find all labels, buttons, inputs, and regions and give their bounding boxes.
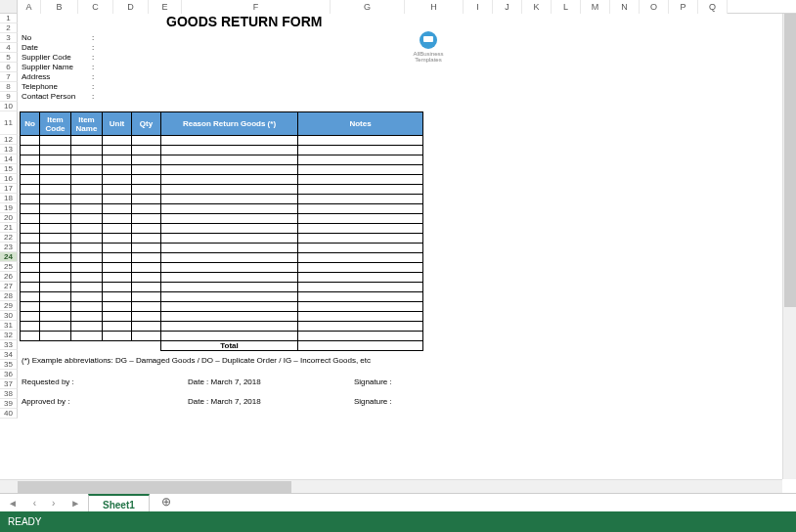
table-row[interactable] [21,244,423,253]
add-sheet-button[interactable]: ⊕ [157,494,175,511]
tab-prev-icon[interactable]: ‹ [33,498,36,509]
row-header[interactable]: 10 [0,102,18,111]
row-header[interactable]: 9 [0,92,18,102]
select-all-corner[interactable] [0,0,18,14]
row-header[interactable]: 31 [0,321,18,331]
row-header[interactable]: 12 [0,135,18,145]
table-row[interactable] [21,332,423,341]
sheet-tab-active[interactable]: Sheet1 [88,494,150,512]
row-header[interactable]: 18 [0,194,18,203]
row-header[interactable]: 6 [0,63,18,72]
th-no: No [21,112,40,136]
spreadsheet-grid: ABCDEFGHIJKLMNOPQ 1234567891011121314151… [0,0,796,493]
form-field: Telephone: [22,82,94,92]
table-row[interactable] [21,234,423,244]
table-row[interactable] [21,175,423,185]
column-header[interactable]: Q [698,0,728,14]
row-header[interactable]: 38 [0,389,18,399]
vertical-scrollbar[interactable] [782,14,796,479]
row-header[interactable]: 5 [0,53,18,63]
row-header[interactable]: 8 [0,82,18,92]
table-row[interactable] [21,273,423,283]
row-header[interactable]: 34 [0,350,18,360]
tab-next-icon[interactable]: › [52,498,55,509]
column-header[interactable]: P [669,0,698,14]
column-header[interactable]: F [182,0,331,14]
table-row[interactable] [21,185,423,195]
column-header[interactable]: J [493,0,522,14]
table-row[interactable] [21,155,423,165]
row-header[interactable]: 32 [0,331,18,340]
column-header[interactable]: M [581,0,610,14]
form-field: Address: [22,72,94,82]
table-row[interactable] [21,165,423,175]
row-header[interactable]: 37 [0,379,18,389]
column-header[interactable]: E [149,0,182,14]
column-header[interactable]: K [522,0,552,14]
tab-first-icon[interactable]: ◄ [8,498,18,509]
th-qty: Qty [132,112,161,136]
column-header[interactable]: L [552,0,581,14]
column-header[interactable]: N [610,0,640,14]
table-row[interactable] [21,204,423,214]
row-header[interactable]: 40 [0,409,18,419]
row-header[interactable]: 13 [0,145,18,155]
table-row[interactable] [21,322,423,332]
row-header[interactable]: 25 [0,262,18,272]
column-header[interactable]: C [78,0,113,14]
table-row[interactable] [21,224,423,234]
row-header[interactable]: 24 [0,252,18,262]
row-header[interactable]: 39 [0,399,18,409]
logo-icon [420,31,437,49]
row-header[interactable]: 4 [0,43,18,53]
table-row[interactable] [21,146,423,155]
th-notes: Notes [298,112,423,136]
row-header[interactable]: 20 [0,213,18,223]
row-header[interactable]: 23 [0,243,18,252]
table-row[interactable] [21,283,423,292]
row-header[interactable]: 22 [0,233,18,243]
column-header[interactable]: H [405,0,464,14]
row-header[interactable]: 1 [0,14,18,23]
row-header[interactable]: 21 [0,223,18,233]
table-row[interactable] [21,292,423,302]
worksheet-area[interactable]: GOODS RETURN FORM No:Date:Supplier Code:… [18,14,796,493]
row-header[interactable]: 11 [0,111,18,135]
row-header[interactable]: 16 [0,174,18,184]
row-header[interactable]: 28 [0,291,18,301]
row-header[interactable]: 17 [0,184,18,194]
column-header[interactable]: D [113,0,149,14]
horizontal-scrollbar[interactable] [0,479,782,493]
row-header[interactable]: 19 [0,203,18,213]
signature-row-requested: Requested by :Date : March 7, 2018Signat… [22,377,392,386]
column-header[interactable]: O [640,0,669,14]
row-header[interactable]: 15 [0,164,18,174]
row-header[interactable]: 26 [0,272,18,282]
table-row[interactable] [21,136,423,146]
tab-last-icon[interactable]: ► [70,498,80,509]
scrollbar-thumb[interactable] [18,481,291,493]
row-header[interactable]: 33 [0,340,18,350]
row-header[interactable]: 30 [0,311,18,321]
row-header[interactable]: 3 [0,33,18,43]
column-header[interactable]: B [41,0,78,14]
table-row[interactable] [21,312,423,322]
column-header[interactable]: A [18,0,41,14]
table-row[interactable] [21,253,423,263]
row-header[interactable]: 27 [0,282,18,291]
scrollbar-thumb[interactable] [784,14,796,307]
row-header[interactable]: 14 [0,155,18,164]
row-header[interactable]: 7 [0,72,18,82]
row-header[interactable]: 2 [0,23,18,33]
row-header[interactable]: 36 [0,370,18,379]
form-field: No: [22,33,94,43]
row-header[interactable]: 29 [0,301,18,311]
column-header[interactable]: I [464,0,493,14]
table-row[interactable] [21,195,423,204]
sheet-tabs-bar: ◄ ‹ › ► Sheet1 ⊕ [0,493,796,511]
table-row[interactable] [21,263,423,273]
table-row[interactable] [21,214,423,224]
row-header[interactable]: 35 [0,360,18,370]
table-row[interactable] [21,302,423,312]
column-header[interactable]: G [331,0,405,14]
